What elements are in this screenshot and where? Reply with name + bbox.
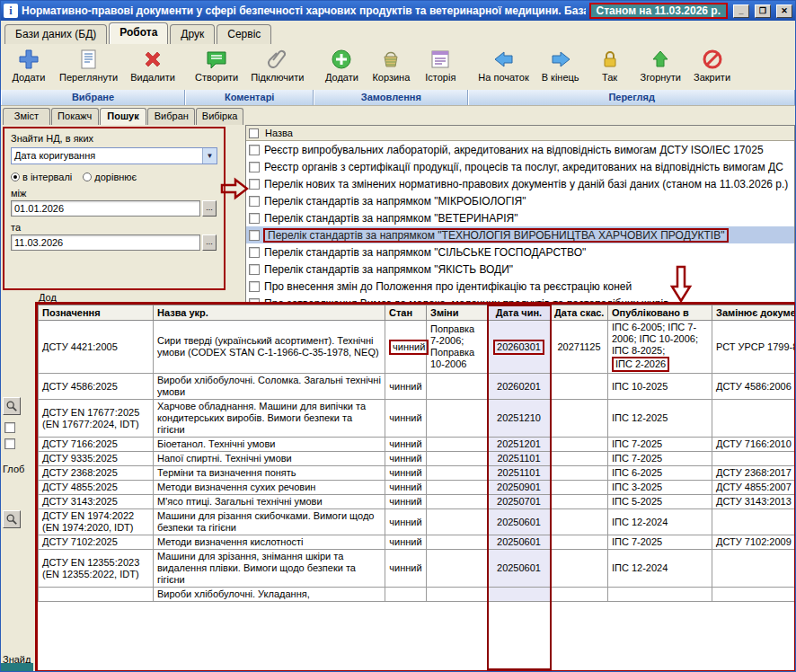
column-header[interactable]: Позначення [39,305,154,321]
row-checkbox[interactable] [249,145,260,155]
toolbar-button-Корзина[interactable]: Корзина [369,46,412,84]
toolbar-button-Історія[interactable]: Історія [420,46,461,84]
cell-effective [488,588,551,602]
column-header[interactable]: Зміни [427,305,488,321]
column-header[interactable]: Замінює докумен [712,305,796,321]
list-item[interactable]: Перелік нових та змінених нормативно-пра… [246,175,794,192]
range-mode-radios: в інтервалі дорівнює [11,172,217,182]
cell-state: чинний [385,550,427,588]
menu-tab-Сервіс[interactable]: Сервіс [217,24,271,44]
table-row[interactable]: ДСТУ 2368:2025Терміни та визначення поня… [39,466,796,481]
toolbar-button-Видалити[interactable]: Видалити [128,46,178,84]
maximize-button[interactable]: ❐ [755,4,771,18]
cell-cancelled [551,438,608,452]
column-header[interactable]: Назва укр. [154,305,385,321]
column-header[interactable]: Дата чин. [488,305,551,321]
row-checkbox[interactable] [249,281,260,292]
cell-name: Методи визначення кислотності [154,535,385,550]
cell-name: Машини для різання скибочками. Вимоги що… [154,509,385,535]
cell-replaces [712,550,796,588]
toolbar-button-Переглянути[interactable]: Переглянути [57,46,120,84]
cell-state [385,588,427,602]
global-search-magnifier-button[interactable] [3,510,21,528]
left-tab-Вибірка[interactable]: Вибірка [196,108,243,125]
toolbar-button-Закрити[interactable]: Закрити [691,46,733,84]
list-item[interactable]: Реєстр органів з сертифікації продукції,… [246,158,794,175]
list-item[interactable]: Про внесення змін до Положення про ідент… [246,278,794,295]
list-item[interactable]: Перелік стандартів за напрямком "ВЕТЕРИН… [246,209,794,226]
close-button[interactable]: ✕ [776,4,792,18]
toolbar-button-Додати[interactable]: Додати [8,46,49,84]
radio-equals-dot[interactable] [83,172,92,181]
radio-equals[interactable]: дорівнює [83,172,137,182]
list-item[interactable]: Перелік стандартів за напрямком "СІЛЬСЬК… [246,243,794,261]
left-tab-Покажч[interactable]: Покажч [51,108,99,125]
row-checkbox[interactable] [249,213,260,224]
toolbar-button-В кінець[interactable]: В кінець [539,46,582,84]
list-header-label: Назва [265,128,293,138]
toolbar-button-Додати[interactable]: Додати [321,46,362,84]
list-item[interactable]: Перелік стандартів за напрямком "ЯКІСТЬ … [246,261,794,278]
radio-interval[interactable]: в інтервалі [11,172,72,182]
row-checkbox[interactable] [249,196,260,207]
cell-changes [427,400,488,438]
table-row[interactable]: ДСТУ 4855:2025Методи визначення сухих ре… [39,481,796,495]
toolbar-button-Згорнути[interactable]: Згорнути [638,46,684,84]
cell-name: Машини для зрізання, знімання шкіри та в… [154,550,385,588]
cell-state: чинний [385,374,427,400]
left-tab-Пошук[interactable]: Пошук [100,108,147,125]
date-from-input[interactable] [11,200,200,217]
radio-interval-dot[interactable] [11,172,20,181]
table-row[interactable]: ДСТУ 7102:2025Методи визначення кислотно… [39,535,796,550]
toolbar-button-Так[interactable]: Так [589,46,631,84]
table-row[interactable]: ДСТУ 4421:2005Сири тверді (український а… [39,321,796,374]
toolbar-button-label: Додати [13,72,46,83]
menu-tabs: Бази даних (БД)РоботаДрукСервіс [1,21,795,44]
table-row[interactable]: ДСТУ 7166:2025Біоетанол. Технічні умович… [39,438,796,452]
option-checkbox-2[interactable] [4,438,15,449]
date-from-browse-button[interactable]: ... [202,200,217,217]
left-tab-Зміст[interactable]: Зміст [3,108,50,125]
lock-icon [598,48,622,71]
criteria-dropdown[interactable]: Дата коригування ▼ [11,147,217,164]
column-header[interactable]: Дата скас. [551,305,608,321]
column-header[interactable]: Опубліковано в [608,305,712,321]
menu-tab-Бази даних (БД)[interactable]: Бази даних (БД) [4,24,107,44]
toolbar-button-Підключити[interactable]: Підключити [248,46,306,84]
menu-tab-Друк[interactable]: Друк [170,24,215,44]
row-checkbox[interactable] [249,162,260,172]
table-row[interactable]: ДСТУ 9335:2025Напої спиртні. Технічні ум… [39,452,796,466]
search-magnifier-button[interactable] [3,397,21,415]
list-item[interactable]: Реєстр випробувальних лабораторій, акред… [246,141,794,158]
table-row[interactable]: ДСТУ EN 12355:2023 (EN 12355:2022, IDT)М… [39,550,796,588]
row-checkbox[interactable] [249,247,260,258]
table-row[interactable]: ДСТУ EN 1974:2022 (EN 1974:2020, IDT)Маш… [39,509,796,535]
table-row[interactable]: Вироби хлібобулочні. Укладання, [39,588,796,602]
date-to-input[interactable] [11,234,200,251]
table-row[interactable]: ДСТУ 3143:2025М'ясо птиці. Загальні техн… [39,495,796,509]
left-panel-tabs: ЗмістПокажчПошукВибранВибірка [1,106,245,125]
cancel-icon [701,48,724,71]
list-item[interactable]: Перелік стандартів за напрямком "ТЕХНОЛО… [246,226,794,243]
toolbar-button-Створити[interactable]: Створити [192,46,241,84]
status-date-badge: Станом на 11.03.2026 р. [589,3,729,19]
chevron-down-icon[interactable]: ▼ [202,148,217,164]
search-panel-title: Знайти НД, в яких [11,133,217,144]
row-checkbox[interactable] [249,179,260,190]
toolbar-button-На початок[interactable]: На початок [475,46,531,84]
cell-designation: ДСТУ 7166:2025 [39,438,154,452]
list-item-label: Перелік стандартів за напрямком "ЯКІСТЬ … [264,263,513,276]
left-tab-Вибран[interactable]: Вибран [147,108,195,125]
menu-tab-Робота[interactable]: Робота [109,22,168,44]
minimize-button[interactable]: _ [733,4,749,18]
column-header[interactable]: Стан [385,305,427,321]
radio-interval-label: в інтервалі [22,172,72,182]
list-item[interactable]: Перелік стандартів за напрямком "МІКРОБІ… [246,192,794,209]
option-checkbox-1[interactable] [4,422,15,433]
date-to-browse-button[interactable]: ... [202,234,217,251]
table-row[interactable]: ДСТУ 4586:2025Вироби хлібобулочні. Солом… [39,374,796,400]
row-checkbox[interactable] [249,264,260,275]
cell-replaces [712,400,796,438]
row-checkbox[interactable] [249,230,260,241]
table-row[interactable]: ДСТУ EN 17677:2025 (EN 17677:2024, IDT)Х… [39,400,796,438]
